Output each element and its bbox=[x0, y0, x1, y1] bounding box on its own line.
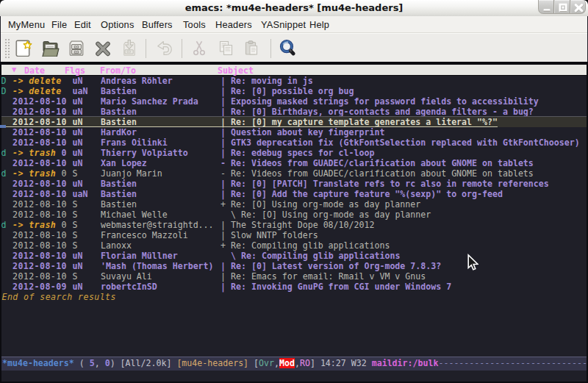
message-row[interactable]: 2012-08-10SSuvayu Ali|Re: Emacs for emai… bbox=[1, 271, 587, 282]
message-row[interactable]: 2012-08-10uaNBastien|Re: [0] Add the cap… bbox=[1, 189, 587, 199]
message-subject: GTK3 deprecation fix (GtkFontSelection r… bbox=[231, 137, 580, 148]
mark-target: -> delete bbox=[12, 76, 62, 86]
message-flags: S bbox=[73, 220, 78, 230]
titlebar[interactable]: emacs: *mu4e-headers* [mu4e-headers] bbox=[0, 0, 588, 16]
message-date: 2012-08-10 bbox=[12, 127, 67, 137]
mark-target: -> trash bbox=[12, 168, 56, 179]
open-folder-icon[interactable] bbox=[42, 39, 61, 58]
message-row[interactable]: 2012-08-10uNFlorian Müllner\Re: Compilin… bbox=[1, 251, 587, 261]
message-row[interactable]: d-> trash0SJuanjo Marin-Re: Videos from … bbox=[1, 168, 587, 179]
paste-icon[interactable] bbox=[243, 39, 262, 58]
save-icon[interactable] bbox=[68, 39, 87, 58]
menu-buffers[interactable]: Buffers bbox=[142, 19, 173, 30]
thread-prefix: | bbox=[220, 127, 226, 137]
undo-icon[interactable] bbox=[156, 39, 175, 58]
minimize-icon bbox=[539, 0, 554, 14]
message-row[interactable]: 2012-08-10uNMario Sanchez Prada|Exposing… bbox=[1, 96, 587, 107]
cut-icon[interactable] bbox=[190, 39, 209, 58]
close-buffer-icon[interactable] bbox=[94, 39, 113, 58]
message-from: Bastien bbox=[101, 189, 137, 199]
message-list: D-> deleteuNAndreas Röhler|Re: moving in… bbox=[1, 76, 587, 357]
message-from: Michael Welle bbox=[101, 210, 168, 220]
sort-arrow[interactable]: ▼ bbox=[12, 65, 16, 74]
message-flags: uN bbox=[73, 137, 83, 148]
target-flag: 0 bbox=[62, 168, 67, 179]
end-of-search-results: End of search results bbox=[1, 292, 587, 302]
message-subject: Re: moving in js bbox=[231, 76, 313, 86]
message-row[interactable]: 2012-08-10uNHardKor|Question about key f… bbox=[1, 127, 587, 137]
maximize-button[interactable] bbox=[554, 0, 570, 13]
copy-icon[interactable] bbox=[217, 39, 236, 58]
message-date: 2012-08-10 bbox=[12, 210, 67, 220]
message-row[interactable]: 2012-08-10uN'Mash (Thomas Herbert)|Re: [… bbox=[1, 261, 587, 271]
drag-handle-dot bbox=[5, 48, 7, 49]
menu-tools[interactable]: Tools bbox=[183, 19, 206, 30]
message-subject: Re: [0] Latest version of Org-mode 7.8.3… bbox=[231, 261, 441, 271]
message-row[interactable]: 2012-08-10SLanoxx+Re: Compiling glib app… bbox=[1, 240, 587, 251]
message-flags: S bbox=[73, 271, 78, 282]
drag-handle-dot bbox=[5, 42, 7, 43]
minimize-button[interactable] bbox=[539, 0, 554, 13]
headers-column-header[interactable]: ▼DateFlgsFrom/ToSubject bbox=[1, 65, 587, 76]
message-from: Francesco Mazzoli bbox=[101, 230, 188, 240]
col-date[interactable]: Date bbox=[24, 65, 45, 76]
thread-prefix: | bbox=[220, 86, 226, 96]
message-row[interactable]: 2012-08-10SBastien+Re: [O] Using org-mod… bbox=[1, 199, 587, 210]
modeline-segment: , bbox=[274, 358, 279, 368]
menubar: MyMenuFileEditOptionsBuffersToolsHeaders… bbox=[1, 16, 587, 33]
thread-prefix: | bbox=[220, 148, 226, 158]
message-row[interactable]: 2012-08-09uNrobertcInSD|Re: Invoking Gnu… bbox=[1, 282, 587, 292]
search-icon[interactable] bbox=[279, 39, 298, 58]
echo-area[interactable] bbox=[1, 371, 587, 382]
menu-headers[interactable]: Headers bbox=[215, 19, 252, 30]
menu-edit[interactable]: Edit bbox=[74, 19, 91, 30]
menu-options[interactable]: Options bbox=[101, 19, 135, 30]
message-row[interactable]: D-> deleteuNAndreas Röhler|Re: moving in… bbox=[1, 76, 587, 86]
menu-mymenu[interactable]: MyMenu bbox=[8, 19, 45, 30]
message-subject: Re: [0] my capture template generates a … bbox=[231, 117, 498, 127]
drag-handle-dot bbox=[8, 45, 10, 46]
message-subject: Re: [O] Using org-mode as day planner bbox=[241, 210, 431, 220]
readonly-flag: RO bbox=[300, 358, 310, 368]
message-flags: S bbox=[73, 210, 78, 220]
message-row[interactable]: 2012-08-10SMichael Welle\Re: [O] Using o… bbox=[1, 210, 587, 220]
message-row[interactable]: 2012-08-10uNFrans Oilinki|GTK3 deprecati… bbox=[1, 137, 587, 148]
menu-help[interactable]: Help bbox=[309, 19, 329, 30]
thread-prefix: | bbox=[220, 96, 226, 107]
menu-file[interactable]: File bbox=[51, 19, 67, 30]
message-flags: uaN bbox=[73, 189, 88, 199]
message-row[interactable]: d-> trash0uNThierry Volpiatto|Re: edebug… bbox=[1, 148, 587, 158]
mark-char: D bbox=[1, 86, 7, 96]
mark-char: d bbox=[1, 168, 7, 179]
drag-handle-dot bbox=[8, 57, 10, 58]
menu-yasnippet[interactable]: YASnippet bbox=[261, 19, 306, 30]
message-row[interactable]: d-> trash0Swebmaster@straightd...|The St… bbox=[1, 220, 587, 230]
col-from[interactable]: From/To bbox=[100, 65, 136, 76]
toolbar bbox=[1, 33, 587, 62]
col-subject[interactable]: Subject bbox=[218, 65, 254, 76]
clock-and-week: 14:27 W32 bbox=[320, 358, 372, 368]
new-file-icon[interactable] bbox=[15, 39, 35, 58]
maildir-indicator: maildir:/bulk bbox=[372, 358, 439, 368]
message-date: 2012-08-10 bbox=[12, 117, 67, 127]
message-subject: Slow NNTP folders bbox=[231, 230, 318, 240]
message-flags: uN bbox=[73, 251, 83, 261]
message-row[interactable]: 2012-08-10uNBastien|Re: [0] Birthdays, o… bbox=[1, 107, 587, 117]
close-button[interactable] bbox=[570, 0, 587, 13]
message-from: Lanoxx bbox=[101, 240, 132, 251]
message-row[interactable]: 2012-08-10uNBastien|Re: [0] my capture t… bbox=[1, 117, 587, 127]
message-flags: S bbox=[73, 240, 78, 251]
window-title: emacs: *mu4e-headers* [mu4e-headers] bbox=[0, 2, 588, 13]
message-row[interactable]: 2012-08-10uNBastien|Re: [0] [PATCH] Tran… bbox=[1, 179, 587, 189]
message-flags: uN bbox=[73, 96, 83, 107]
drag-handle-dot bbox=[8, 48, 10, 49]
message-date: 2012-08-09 bbox=[12, 282, 67, 292]
message-row[interactable]: D-> deleteuaNBastien|Re: [0] possible or… bbox=[1, 86, 587, 96]
message-from: webmaster@straightd... bbox=[101, 220, 214, 230]
message-from: Suvayu Ali bbox=[101, 271, 152, 282]
toolbar-separator bbox=[182, 39, 182, 58]
col-flags[interactable]: Flgs bbox=[65, 65, 85, 76]
message-row[interactable]: 2012-08-10SFrancesco Mazzoli|Slow NNTP f… bbox=[1, 230, 587, 240]
message-row[interactable]: 2012-08-10uNXan Lopez-Re: Videos from GU… bbox=[1, 158, 587, 168]
write-file-icon[interactable] bbox=[121, 39, 140, 58]
